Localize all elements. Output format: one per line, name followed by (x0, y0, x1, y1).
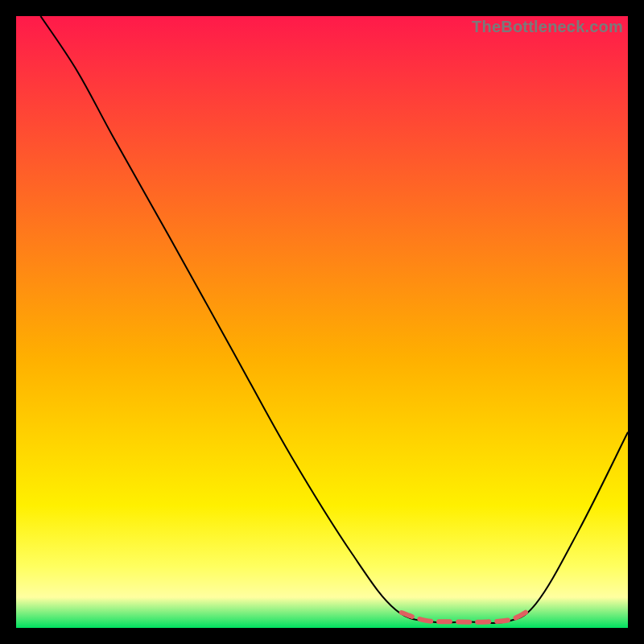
chart-plot-area: TheBottleneck.com (16, 16, 628, 628)
chart-svg (16, 16, 628, 628)
chart-frame: TheBottleneck.com (0, 0, 644, 644)
bottleneck-curve-line (40, 16, 628, 623)
